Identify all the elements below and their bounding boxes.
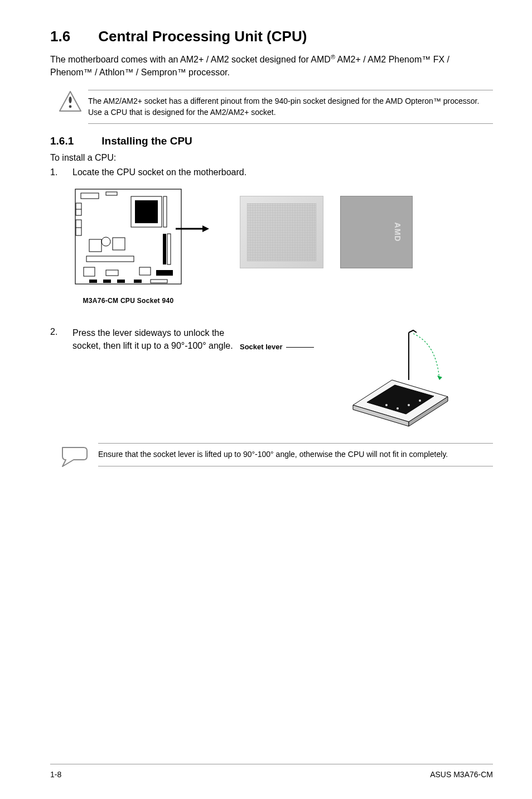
socket-3d-image: [342, 327, 453, 430]
svg-rect-25: [117, 280, 125, 283]
svg-rect-4: [81, 193, 99, 199]
note-icon: [58, 443, 98, 470]
svg-rect-7: [135, 200, 158, 223]
warning-icon: [58, 90, 88, 117]
svg-rect-21: [139, 267, 151, 275]
svg-rect-5: [106, 192, 117, 195]
motherboard-diagram: M3A76-CM CPU Socket 940: [72, 186, 184, 305]
svg-rect-26: [134, 280, 142, 283]
install-intro: To install a CPU:: [50, 153, 493, 163]
socket-top-image: [240, 196, 323, 268]
info-note: Ensure that the socket lever is lifted u…: [50, 443, 493, 470]
page-footer: 1-8 ASUS M3A76-CM: [50, 764, 493, 779]
intro-paragraph: The motherboard comes with an AM2+ / AM2…: [50, 53, 493, 79]
svg-point-37: [419, 399, 421, 402]
footer-page-number: 1-8: [50, 770, 61, 779]
step-1: 1. Locate the CPU socket on the motherbo…: [50, 167, 493, 177]
step-2-text: Press the lever sideways to unlock the s…: [72, 327, 234, 352]
svg-point-34: [385, 404, 388, 406]
footer-product: ASUS M3A76-CM: [430, 770, 493, 779]
svg-point-1: [69, 97, 71, 103]
step-1-text: Locate the CPU socket on the motherboard…: [72, 167, 493, 177]
lever-pointer-line: [286, 347, 314, 348]
step-2-number: 2.: [50, 327, 72, 352]
svg-rect-13: [89, 239, 101, 252]
svg-rect-15: [113, 238, 125, 250]
subsection-title: Installing the CPU: [101, 135, 192, 147]
socket-lever-label: Socket lever: [240, 343, 283, 351]
cpu-chip-image: AMD: [340, 196, 413, 268]
section-title: Central Processing Unit (CPU): [98, 28, 307, 45]
svg-rect-18: [86, 256, 134, 262]
diagram-row: M3A76-CM CPU Socket 940 AMD: [72, 186, 493, 305]
section-number: 1.6: [50, 28, 70, 45]
svg-rect-20: [106, 270, 118, 276]
step-1-number: 1.: [50, 167, 72, 177]
svg-rect-24: [103, 280, 111, 283]
svg-point-14: [101, 237, 110, 246]
registered-mark: ®: [331, 54, 335, 60]
svg-rect-16: [163, 234, 166, 264]
info-note-text: Ensure that the socket lever is lifted u…: [98, 443, 493, 466]
svg-rect-23: [89, 280, 97, 283]
motherboard-caption: M3A76-CM CPU Socket 940: [83, 297, 174, 305]
svg-rect-22: [156, 270, 173, 276]
section-heading: 1.6 Central Processing Unit (CPU): [50, 28, 493, 45]
svg-marker-29: [202, 225, 209, 232]
svg-rect-8: [163, 196, 167, 227]
svg-rect-19: [84, 267, 95, 276]
subsection-number: 1.6.1: [50, 135, 74, 147]
svg-rect-17: [167, 234, 171, 264]
subsection-heading: 1.6.1 Installing the CPU: [50, 135, 493, 147]
warning-text: The AM2/AM2+ socket has a different pino…: [88, 90, 493, 124]
svg-point-35: [396, 407, 399, 410]
amd-logo-text: AMD: [394, 223, 403, 242]
svg-marker-39: [437, 376, 442, 380]
svg-point-2: [69, 105, 72, 108]
intro-prefix: The motherboard comes with an AM2+ / AM2…: [50, 55, 331, 64]
svg-rect-27: [151, 280, 167, 283]
warning-note: The AM2/AM2+ socket has a different pino…: [50, 90, 493, 124]
step-2-row: 2. Press the lever sideways to unlock th…: [50, 327, 493, 430]
svg-point-36: [408, 404, 410, 406]
